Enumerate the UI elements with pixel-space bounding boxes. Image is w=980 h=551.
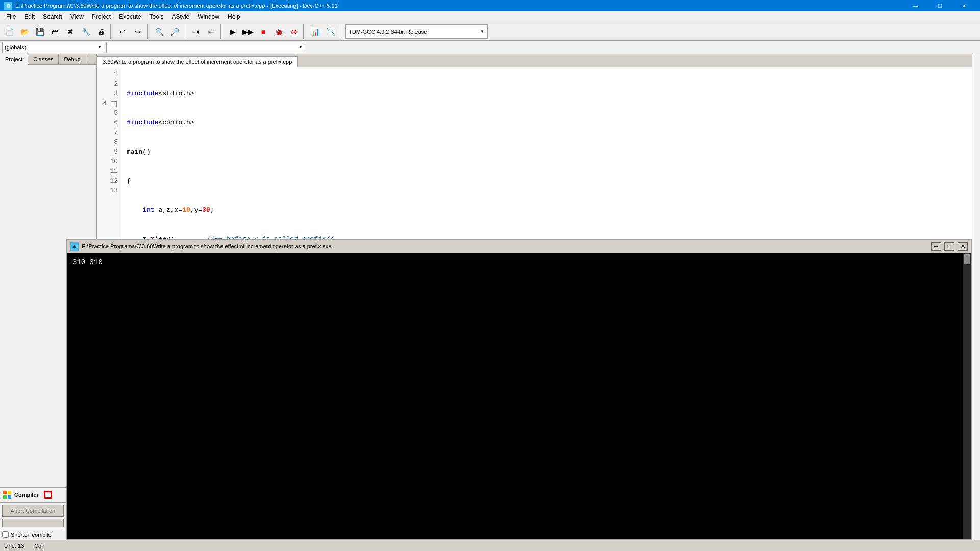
console-scrollbar[interactable] (963, 253, 971, 539)
menu-view[interactable]: View (66, 11, 88, 22)
run-btn[interactable]: ▶▶ (241, 24, 255, 39)
status-line: Line: 13 (4, 543, 24, 549)
title-text: E:\Practice Programs\C\3.60Write a progr… (15, 3, 903, 9)
menu-tools[interactable]: Tools (145, 11, 168, 22)
compiler-dropdown-arrow: ▼ (480, 29, 484, 34)
tab-project[interactable]: Project (0, 54, 28, 65)
compiler-panel: Compiler Abort Compilation Shorten compi… (0, 487, 66, 540)
indent-button[interactable]: ⇥ (189, 24, 203, 39)
console-title-bar: ⊞ E:\Practice Programs\C\3.60Write a pro… (67, 240, 971, 253)
tab-debug[interactable]: Debug (59, 54, 86, 64)
shorten-compile-checkbox[interactable] (2, 531, 9, 538)
compile-btn[interactable]: ▶ (226, 24, 240, 39)
svg-rect-2 (3, 495, 7, 499)
tab-classes[interactable]: Classes (28, 54, 59, 64)
toolbar: 📄 📂 💾 🗃 ✖ 🔧 🖨 ↩ ↪ 🔍 🔎 ⇥ ⇤ ▶ ▶▶ ■ 🐞 ⊗ 📊 📉… (0, 22, 980, 41)
svg-rect-5 (45, 492, 51, 497)
code-line-3: main() (127, 147, 968, 157)
status-col: Col (34, 543, 43, 549)
code-line-1: #include<stdio.h> (127, 89, 968, 98)
scope-dropdown-arrow: ▼ (97, 45, 102, 49)
debug-btn[interactable]: 🐞 (272, 24, 286, 39)
separator-6 (340, 24, 343, 39)
print-button[interactable]: 🖨 (94, 24, 108, 39)
code-tab-active[interactable]: 3.60Write a program to show the effect o… (97, 56, 298, 67)
function-dropdown-arrow: ▼ (299, 45, 303, 49)
unindent-button[interactable]: ⇤ (204, 24, 218, 39)
code-tab-bar: 3.60Write a program to show the effect o… (97, 54, 972, 67)
svg-rect-0 (3, 491, 7, 494)
minimize-button[interactable]: — (903, 0, 927, 11)
console-close-button[interactable]: ✕ (958, 242, 968, 251)
save-button[interactable]: 💾 (33, 24, 47, 39)
menu-help[interactable]: Help (224, 11, 244, 22)
app-icon: ⚙ (4, 2, 12, 10)
scope-dropdown[interactable]: (globals) ▼ (2, 42, 104, 53)
menu-search[interactable]: Search (39, 11, 66, 22)
new-button[interactable]: 📄 (2, 24, 16, 39)
chart-btn[interactable]: 📊 (308, 24, 323, 39)
status-bar: Line: 13 Col (0, 540, 980, 551)
console-output: 310 310 (67, 253, 971, 539)
separator-3 (184, 24, 187, 39)
chart2-btn[interactable]: 📉 (324, 24, 338, 39)
close-file-button[interactable]: ✖ (63, 24, 78, 39)
open-button[interactable]: 📂 (17, 24, 32, 39)
svg-rect-3 (8, 495, 11, 499)
separator-1 (110, 24, 113, 39)
menu-window[interactable]: Window (193, 11, 224, 22)
shorten-compile-label: Shorten compile (11, 532, 52, 538)
find-button[interactable]: 🔍 (152, 24, 166, 39)
save-all-button[interactable]: 🗃 (48, 24, 62, 39)
compiler-grid-icon (2, 490, 12, 500)
svg-rect-1 (8, 491, 11, 494)
title-controls: — ☐ ✕ (903, 0, 976, 11)
separator-4 (220, 24, 224, 39)
menu-astyle[interactable]: AStyle (168, 11, 194, 22)
console-maximize-button[interactable]: □ (944, 242, 954, 251)
right-scrollbar[interactable] (972, 54, 980, 551)
separator-5 (303, 24, 306, 39)
shorten-compile-checkbox-area: Shorten compile (0, 529, 66, 540)
title-bar: ⚙ E:\Practice Programs\C\3.60Write a pro… (0, 0, 980, 11)
fold-icon[interactable]: − (111, 101, 117, 107)
bottom-overlay: Compiler Abort Compilation Shorten compi… (0, 224, 980, 551)
menu-bar: File Edit Search View Project Execute To… (0, 11, 980, 22)
undo-button[interactable]: ↩ (115, 24, 130, 39)
console-icon: ⊞ (70, 242, 79, 251)
properties-button[interactable]: 🔧 (79, 24, 93, 39)
console-window: ⊞ E:\Practice Programs\C\3.60Write a pro… (66, 239, 972, 540)
menu-edit[interactable]: Edit (20, 11, 39, 22)
close-button[interactable]: ✕ (952, 0, 976, 11)
code-line-5: int a,z,x=10,y=30; (127, 205, 968, 215)
compiler-label: Compiler (14, 492, 39, 498)
menu-execute[interactable]: Execute (115, 11, 145, 22)
code-line-2: #include<conio.h> (127, 118, 968, 128)
dropdown-toolbar: (globals) ▼ ▼ (0, 41, 980, 54)
replace-button[interactable]: 🔎 (167, 24, 182, 39)
stop-btn[interactable]: ■ (256, 24, 271, 39)
progress-bar (2, 519, 64, 527)
console-scroll-thumb[interactable] (964, 254, 970, 264)
menu-file[interactable]: File (2, 11, 20, 22)
abort-debug-btn[interactable]: ⊗ (287, 24, 301, 39)
maximize-button[interactable]: ☐ (928, 0, 951, 11)
separator-2 (147, 24, 150, 39)
abort-compile-button[interactable]: Abort Compilation (2, 505, 64, 517)
menu-project[interactable]: Project (88, 11, 115, 22)
compiler-resource-icon (43, 490, 53, 500)
code-line-4: { (127, 176, 968, 186)
compiler-selector[interactable]: TDM-GCC 4.9.2 64-bit Release ▼ (345, 24, 488, 39)
function-dropdown[interactable]: ▼ (106, 42, 305, 53)
left-tabs: Project Classes Debug (0, 54, 96, 65)
console-minimize-button[interactable]: ─ (931, 242, 941, 251)
redo-button[interactable]: ↪ (131, 24, 145, 39)
compiler-tabs: Compiler (0, 488, 66, 503)
console-title-text: E:\Practice Programs\C\3.60Write a progr… (82, 243, 928, 249)
